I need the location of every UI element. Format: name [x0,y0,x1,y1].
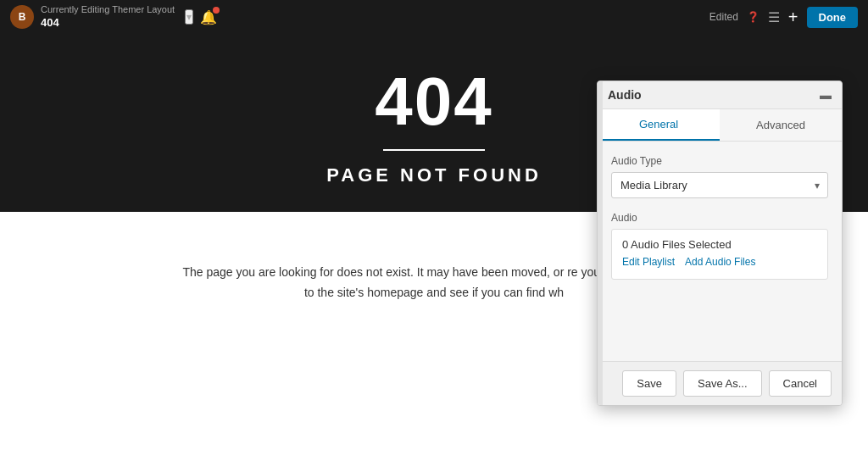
panel-minimize-button[interactable]: ▬ [820,88,832,102]
editing-label: Currently Editing Themer Layout [41,3,175,15]
page-404-divider [383,149,485,151]
edit-playlist-link[interactable]: Edit Playlist [622,256,675,268]
add-button[interactable]: + [788,8,798,27]
canvas-area: 404 PAGE NOT FOUND The page you are look… [0,34,868,450]
add-audio-link[interactable]: Add Audio Files [685,256,755,268]
audio-panel-footer: Save Save As... Cancel [598,361,842,405]
help-icon[interactable]: ❓ [747,11,760,23]
notification-bell[interactable]: 🔔 [200,9,217,25]
topbar: B Currently Editing Themer Layout 404 ▾ … [0,0,868,34]
topbar-left: B Currently Editing Themer Layout 404 ▾ … [10,3,217,30]
page-404-heading: PAGE NOT FOUND [326,164,542,186]
audio-files-count: 0 Audio Files Selected [622,238,817,251]
audio-panel-header: Audio ▬ [598,81,842,109]
list-icon[interactable]: ☰ [768,9,780,25]
audio-files-links: Edit Playlist Add Audio Files [622,256,817,268]
save-button[interactable]: Save [622,370,676,397]
tab-advanced[interactable]: Advanced [720,109,842,141]
page-404-number: 404 [375,68,492,136]
done-button[interactable]: Done [807,7,859,28]
tab-general[interactable]: General [598,109,720,141]
panel-drag-handle[interactable] [598,81,603,405]
layout-dropdown-button[interactable]: ▾ [185,9,193,25]
audio-spacer [611,280,828,347]
app-logo: B [10,5,34,29]
audio-files-box: 0 Audio Files Selected Edit Playlist Add… [611,229,828,280]
audio-type-select[interactable]: Media Library [611,172,828,198]
edited-label: Edited [709,11,738,23]
audio-panel-tabs: General Advanced [598,109,842,142]
save-as-button[interactable]: Save As... [683,370,762,397]
audio-type-select-wrapper: Media Library ▾ [611,172,828,198]
topbar-title-block: Currently Editing Themer Layout 404 [41,3,175,30]
audio-panel: Audio ▬ General Advanced Audio Type Medi… [597,81,843,406]
topbar-right: Edited ❓ ☰ + Done [709,7,858,28]
audio-field-label: Audio [611,212,828,224]
audio-panel-body: Audio Type Media Library ▾ Audio 0 Audio… [598,142,842,361]
notification-dot [213,7,220,14]
cancel-button[interactable]: Cancel [769,370,832,397]
audio-panel-title: Audio [608,88,642,102]
layout-name: 404 [41,16,175,31]
audio-type-label: Audio Type [611,155,828,167]
